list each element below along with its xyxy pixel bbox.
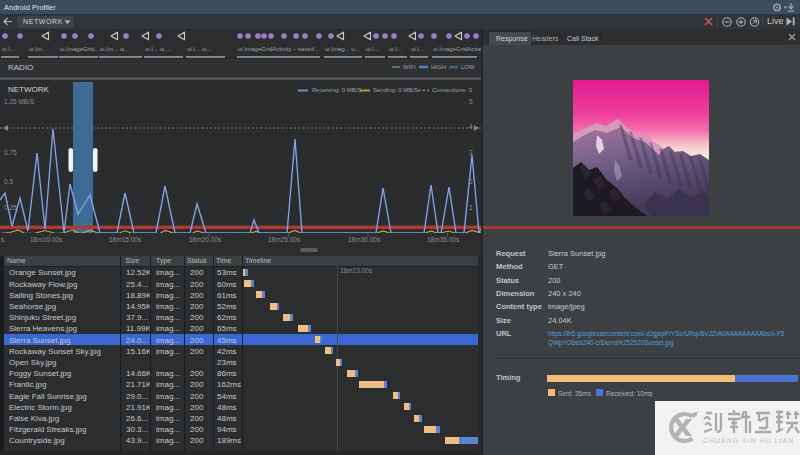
svg-text:CHUANG XIN HU LIAN: CHUANG XIN HU LIAN [703,437,794,444]
